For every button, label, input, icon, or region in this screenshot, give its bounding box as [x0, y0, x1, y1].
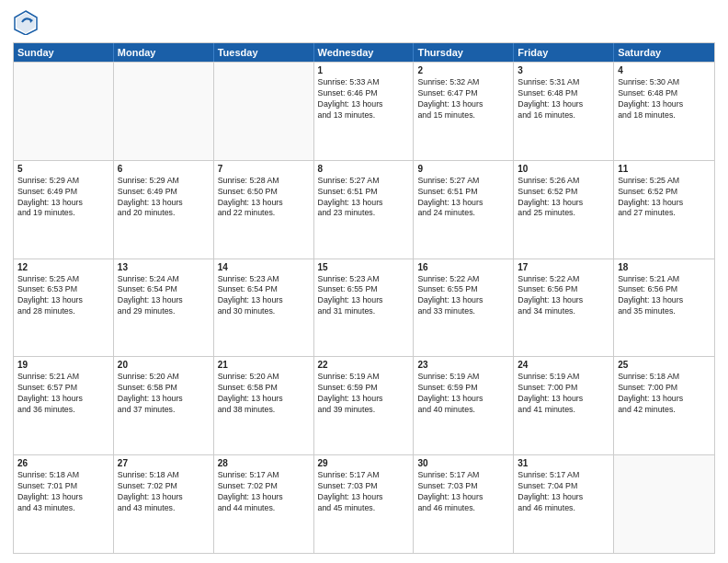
day-info: Sunrise: 5:17 AM Sunset: 7:02 PM Dayligh…: [218, 470, 310, 514]
day-cell-10: 10Sunrise: 5:26 AM Sunset: 6:52 PM Dayli…: [514, 161, 614, 259]
day-info: Sunrise: 5:29 AM Sunset: 6:49 PM Dayligh…: [17, 176, 109, 220]
day-info: Sunrise: 5:30 AM Sunset: 6:48 PM Dayligh…: [618, 77, 711, 121]
day-cell-23: 23Sunrise: 5:19 AM Sunset: 6:59 PM Dayli…: [414, 357, 514, 454]
calendar-week-3: 12Sunrise: 5:25 AM Sunset: 6:53 PM Dayli…: [14, 259, 714, 357]
day-number: 31: [518, 458, 609, 468]
day-cell-28: 28Sunrise: 5:17 AM Sunset: 7:02 PM Dayli…: [214, 455, 314, 553]
header: [13, 9, 715, 35]
day-info: Sunrise: 5:32 AM Sunset: 6:47 PM Dayligh…: [417, 77, 509, 121]
header-day-friday: Friday: [514, 43, 614, 62]
day-cell-11: 11Sunrise: 5:25 AM Sunset: 6:52 PM Dayli…: [614, 161, 714, 259]
header-day-sunday: Sunday: [14, 43, 114, 62]
day-info: Sunrise: 5:27 AM Sunset: 6:51 PM Dayligh…: [318, 176, 410, 220]
page: SundayMondayTuesdayWednesdayThursdayFrid…: [0, 0, 728, 563]
day-info: Sunrise: 5:25 AM Sunset: 6:53 PM Dayligh…: [17, 274, 109, 318]
day-cell-16: 16Sunrise: 5:22 AM Sunset: 6:55 PM Dayli…: [414, 259, 514, 357]
day-cell-20: 20Sunrise: 5:20 AM Sunset: 6:58 PM Dayli…: [114, 357, 214, 454]
day-info: Sunrise: 5:22 AM Sunset: 6:56 PM Dayligh…: [518, 274, 609, 318]
day-cell-12: 12Sunrise: 5:25 AM Sunset: 6:53 PM Dayli…: [14, 259, 114, 357]
day-number: 28: [218, 458, 310, 468]
day-cell-1: 1Sunrise: 5:33 AM Sunset: 6:46 PM Daylig…: [314, 63, 415, 160]
logo: [13, 9, 42, 35]
day-info: Sunrise: 5:17 AM Sunset: 7:04 PM Dayligh…: [518, 470, 609, 514]
day-info: Sunrise: 5:23 AM Sunset: 6:55 PM Dayligh…: [318, 274, 410, 318]
day-cell-17: 17Sunrise: 5:22 AM Sunset: 6:56 PM Dayli…: [514, 259, 614, 357]
day-info: Sunrise: 5:26 AM Sunset: 6:52 PM Dayligh…: [518, 176, 609, 220]
empty-cell: [114, 63, 214, 160]
day-cell-31: 31Sunrise: 5:17 AM Sunset: 7:04 PM Dayli…: [514, 455, 614, 553]
day-info: Sunrise: 5:33 AM Sunset: 6:46 PM Dayligh…: [318, 77, 410, 121]
day-info: Sunrise: 5:27 AM Sunset: 6:51 PM Dayligh…: [417, 176, 509, 220]
day-number: 11: [618, 164, 711, 174]
day-number: 26: [17, 458, 109, 468]
day-number: 10: [518, 164, 609, 174]
day-number: 14: [218, 262, 310, 272]
day-cell-19: 19Sunrise: 5:21 AM Sunset: 6:57 PM Dayli…: [14, 357, 114, 454]
day-number: 13: [118, 262, 210, 272]
day-number: 17: [518, 262, 609, 272]
day-info: Sunrise: 5:18 AM Sunset: 7:00 PM Dayligh…: [618, 372, 711, 416]
day-number: 16: [417, 262, 509, 272]
day-info: Sunrise: 5:21 AM Sunset: 6:57 PM Dayligh…: [17, 372, 109, 416]
day-info: Sunrise: 5:17 AM Sunset: 7:03 PM Dayligh…: [318, 470, 410, 514]
day-number: 21: [218, 360, 310, 370]
day-cell-18: 18Sunrise: 5:21 AM Sunset: 6:56 PM Dayli…: [614, 259, 714, 357]
day-cell-5: 5Sunrise: 5:29 AM Sunset: 6:49 PM Daylig…: [14, 161, 114, 259]
day-number: 5: [17, 164, 109, 174]
day-number: 12: [17, 262, 109, 272]
calendar-body: 1Sunrise: 5:33 AM Sunset: 6:46 PM Daylig…: [14, 62, 714, 553]
calendar-week-1: 1Sunrise: 5:33 AM Sunset: 6:46 PM Daylig…: [14, 62, 714, 160]
day-info: Sunrise: 5:24 AM Sunset: 6:54 PM Dayligh…: [118, 274, 210, 318]
day-info: Sunrise: 5:18 AM Sunset: 7:02 PM Dayligh…: [118, 470, 210, 514]
day-cell-29: 29Sunrise: 5:17 AM Sunset: 7:03 PM Dayli…: [314, 455, 415, 553]
day-info: Sunrise: 5:17 AM Sunset: 7:03 PM Dayligh…: [417, 470, 509, 514]
day-number: 30: [417, 458, 509, 468]
day-cell-9: 9Sunrise: 5:27 AM Sunset: 6:51 PM Daylig…: [414, 161, 514, 259]
day-info: Sunrise: 5:21 AM Sunset: 6:56 PM Dayligh…: [618, 274, 711, 318]
day-number: 15: [318, 262, 410, 272]
day-cell-13: 13Sunrise: 5:24 AM Sunset: 6:54 PM Dayli…: [114, 259, 214, 357]
day-cell-24: 24Sunrise: 5:19 AM Sunset: 7:00 PM Dayli…: [514, 357, 614, 454]
calendar-week-5: 26Sunrise: 5:18 AM Sunset: 7:01 PM Dayli…: [14, 454, 714, 553]
calendar: SundayMondayTuesdayWednesdayThursdayFrid…: [13, 42, 715, 554]
day-number: 19: [17, 360, 109, 370]
day-number: 9: [417, 164, 509, 174]
logo-icon: [13, 9, 39, 35]
empty-cell: [214, 63, 314, 160]
empty-cell: [14, 63, 114, 160]
day-cell-6: 6Sunrise: 5:29 AM Sunset: 6:49 PM Daylig…: [114, 161, 214, 259]
day-cell-27: 27Sunrise: 5:18 AM Sunset: 7:02 PM Dayli…: [114, 455, 214, 553]
day-cell-15: 15Sunrise: 5:23 AM Sunset: 6:55 PM Dayli…: [314, 259, 415, 357]
day-info: Sunrise: 5:20 AM Sunset: 6:58 PM Dayligh…: [118, 372, 210, 416]
day-info: Sunrise: 5:20 AM Sunset: 6:58 PM Dayligh…: [218, 372, 310, 416]
day-info: Sunrise: 5:31 AM Sunset: 6:48 PM Dayligh…: [518, 77, 609, 121]
day-number: 7: [218, 164, 310, 174]
day-number: 1: [318, 65, 410, 75]
day-number: 29: [318, 458, 410, 468]
day-cell-3: 3Sunrise: 5:31 AM Sunset: 6:48 PM Daylig…: [514, 63, 614, 160]
day-cell-21: 21Sunrise: 5:20 AM Sunset: 6:58 PM Dayli…: [214, 357, 314, 454]
day-number: 20: [118, 360, 210, 370]
day-number: 3: [518, 65, 609, 75]
calendar-header-row: SundayMondayTuesdayWednesdayThursdayFrid…: [14, 43, 714, 62]
day-number: 25: [618, 360, 711, 370]
header-day-monday: Monday: [114, 43, 214, 62]
day-info: Sunrise: 5:29 AM Sunset: 6:49 PM Dayligh…: [118, 176, 210, 220]
day-cell-30: 30Sunrise: 5:17 AM Sunset: 7:03 PM Dayli…: [414, 455, 514, 553]
day-cell-26: 26Sunrise: 5:18 AM Sunset: 7:01 PM Dayli…: [14, 455, 114, 553]
day-number: 8: [318, 164, 410, 174]
day-number: 2: [417, 65, 509, 75]
calendar-week-2: 5Sunrise: 5:29 AM Sunset: 6:49 PM Daylig…: [14, 160, 714, 259]
day-cell-7: 7Sunrise: 5:28 AM Sunset: 6:50 PM Daylig…: [214, 161, 314, 259]
day-info: Sunrise: 5:23 AM Sunset: 6:54 PM Dayligh…: [218, 274, 310, 318]
day-info: Sunrise: 5:19 AM Sunset: 6:59 PM Dayligh…: [318, 372, 410, 416]
day-cell-4: 4Sunrise: 5:30 AM Sunset: 6:48 PM Daylig…: [614, 63, 714, 160]
header-day-thursday: Thursday: [414, 43, 514, 62]
day-cell-14: 14Sunrise: 5:23 AM Sunset: 6:54 PM Dayli…: [214, 259, 314, 357]
day-info: Sunrise: 5:28 AM Sunset: 6:50 PM Dayligh…: [218, 176, 310, 220]
day-number: 6: [118, 164, 210, 174]
day-info: Sunrise: 5:22 AM Sunset: 6:55 PM Dayligh…: [417, 274, 509, 318]
day-info: Sunrise: 5:25 AM Sunset: 6:52 PM Dayligh…: [618, 176, 711, 220]
header-day-wednesday: Wednesday: [314, 43, 415, 62]
day-cell-2: 2Sunrise: 5:32 AM Sunset: 6:47 PM Daylig…: [414, 63, 514, 160]
